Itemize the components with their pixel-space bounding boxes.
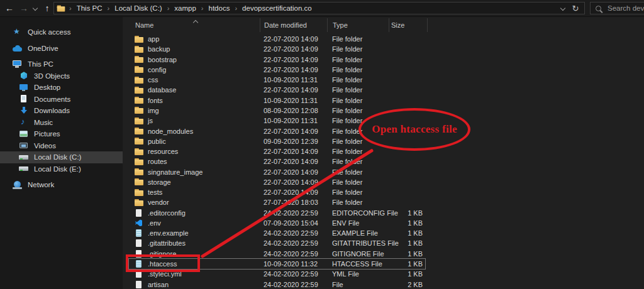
- file-name: singnature_image: [148, 168, 203, 176]
- sidebar-item-3d-objects[interactable]: 3D Objects: [0, 70, 123, 82]
- file-date-modified: 27-07-2020 18:03: [260, 199, 327, 206]
- file-name-cell: bootstrap: [129, 55, 260, 63]
- file-row-app[interactable]: app22-07-2020 14:09File folder: [129, 34, 425, 44]
- chevron-down-icon: [33, 6, 38, 11]
- sidebar-item-desktop[interactable]: Desktop: [0, 82, 123, 94]
- forward-button[interactable]: →: [17, 0, 31, 16]
- file-date-modified: 22-07-2020 14:09: [260, 128, 327, 135]
- file-row-env[interactable]: .env07-09-2020 15:04ENV File1 KB: [129, 218, 425, 228]
- file-type: File folder: [327, 148, 389, 155]
- file-row-tests[interactable]: tests22-07-2020 14:09File folder: [129, 187, 425, 197]
- file-type: GITIGNORE File: [327, 250, 389, 258]
- sidebar-item-local-disk-e[interactable]: Local Disk (E:): [0, 163, 123, 175]
- file-name: js: [148, 117, 153, 124]
- sidebar-item-this-pc[interactable]: This PC: [0, 58, 123, 70]
- file-type: File folder: [327, 76, 389, 84]
- file-row-gitattributes[interactable]: .gitattributes24-02-2020 22:59GITATTRIBU…: [129, 238, 425, 248]
- breadcrumb-separator-icon: ›: [167, 4, 170, 12]
- file-row-database[interactable]: database22-07-2020 14:09File folder: [129, 85, 425, 95]
- sidebar-item-music[interactable]: Music: [0, 117, 123, 129]
- file-name-cell: .env: [129, 219, 260, 227]
- file-row-vendor[interactable]: vendor27-07-2020 18:03File folder: [129, 197, 425, 207]
- column-header-type[interactable]: Type: [327, 18, 389, 32]
- sidebar-item-videos[interactable]: Videos: [0, 140, 123, 152]
- file-row-backup[interactable]: backup22-07-2020 14:09File folder: [129, 44, 425, 54]
- folder-icon: [135, 199, 143, 207]
- folder-icon: [135, 178, 143, 186]
- sidebar-item-documents[interactable]: Documents: [0, 94, 123, 106]
- file-row-css[interactable]: css10-09-2020 11:31File folder: [129, 75, 425, 85]
- file-name: storage: [148, 178, 171, 186]
- breadcrumb-item-devopscertification-co[interactable]: devopscertification.co: [242, 4, 312, 12]
- file-row-public[interactable]: public09-09-2020 12:39File folder: [129, 136, 425, 146]
- file-name-cell: .gitignore: [129, 249, 260, 258]
- file-name: config: [148, 66, 166, 74]
- file-date-modified: 07-09-2020 15:04: [260, 219, 327, 227]
- sidebar-group: Network: [0, 179, 123, 191]
- file-row-singnature-image[interactable]: singnature_image22-07-2020 14:09File fol…: [129, 166, 425, 177]
- sidebar-group: Quick access: [0, 26, 123, 38]
- file-name: .editorconfig: [148, 209, 186, 217]
- search-input[interactable]: [606, 4, 644, 13]
- column-header-size[interactable]: Size: [389, 18, 428, 32]
- breadcrumb-item-this-pc[interactable]: This PC: [77, 4, 103, 12]
- folder-icon: [57, 4, 65, 12]
- file-row-fonts[interactable]: fonts10-09-2020 11:31File folder: [129, 95, 425, 106]
- disk-icon: [19, 153, 29, 161]
- file-type: EDITORCONFIG File: [327, 209, 389, 217]
- file-row-config[interactable]: config22-07-2020 14:09File folder: [129, 65, 425, 75]
- file-date-modified: 10-09-2020 11:31: [260, 97, 327, 104]
- sidebar-item-local-disk-c[interactable]: Local Disk (C:): [0, 151, 123, 163]
- breadcrumb-item-htdocs[interactable]: htdocs: [209, 4, 230, 12]
- recent-locations-button[interactable]: [31, 0, 40, 16]
- folder-icon: [135, 86, 143, 94]
- file-row-img[interactable]: img08-09-2020 12:08File folder: [129, 106, 425, 116]
- file-row-htaccess[interactable]: .htaccess10-09-2020 11:32HTACCESS File1 …: [129, 259, 425, 269]
- file-row-editorconfig[interactable]: .editorconfig24-02-2020 22:59EDITORCONFI…: [129, 208, 425, 218]
- file-row-resources[interactable]: resources22-07-2020 14:09File folder: [129, 146, 425, 156]
- column-header-date-modified[interactable]: Date modified: [260, 18, 327, 32]
- star-icon: [13, 28, 23, 36]
- file-name: resources: [148, 148, 178, 155]
- breadcrumb-separator-icon: ›: [235, 4, 237, 12]
- sidebar-group: This PC3D ObjectsDesktopDocumentsDownloa…: [0, 58, 123, 175]
- file-row-bootstrap[interactable]: bootstrap22-07-2020 14:09File folder: [129, 55, 425, 65]
- breadcrumb: ›This PC›Local Disk (C:)›xampp›htdocs›de…: [69, 4, 557, 12]
- file-date-modified: 24-02-2020 22:59: [260, 281, 327, 288]
- breadcrumb-item-local-disk-c[interactable]: Local Disk (C:): [114, 4, 162, 12]
- file-name: backup: [148, 45, 170, 53]
- file-row-gitignore[interactable]: .gitignore24-02-2020 22:59GITIGNORE File…: [129, 249, 425, 259]
- file-row-storage[interactable]: storage22-07-2020 14:09File folder: [129, 177, 425, 187]
- back-button[interactable]: ←: [3, 0, 16, 16]
- address-bar[interactable]: ›This PC›Local Disk (C:)›xampp›htdocs›de…: [53, 2, 585, 14]
- refresh-button[interactable]: ↻: [569, 3, 582, 14]
- file-name-cell: .styleci.yml: [129, 270, 260, 278]
- file-date-modified: 10-09-2020 11:31: [260, 117, 327, 124]
- address-dropdown-button[interactable]: [557, 3, 569, 14]
- file-row-js[interactable]: js10-09-2020 11:31File folder: [129, 116, 425, 126]
- desktop-icon: [19, 84, 29, 92]
- sidebar-item-quick-access[interactable]: Quick access: [0, 26, 123, 38]
- folder-icon: [135, 45, 143, 53]
- sidebar-item-network[interactable]: Network: [0, 179, 123, 191]
- file-row-env-example[interactable]: .env.example24-02-2020 22:59EXAMPLE File…: [129, 228, 425, 238]
- up-button[interactable]: ↑: [40, 0, 54, 16]
- file-size: 1 KB: [389, 229, 425, 237]
- file-row-styleci-yml[interactable]: .styleci.yml24-02-2020 22:59YML File1 KB: [129, 269, 425, 279]
- file-name: tests: [148, 188, 162, 196]
- search-box[interactable]: [590, 2, 644, 14]
- sidebar-item-pictures[interactable]: Pictures: [0, 128, 123, 140]
- file-date-modified: 22-07-2020 14:09: [260, 86, 327, 94]
- column-header-name[interactable]: Name: [123, 18, 260, 32]
- file-row-node-modules[interactable]: node_modules22-07-2020 14:09File folder: [129, 126, 425, 136]
- file-name: public: [148, 138, 166, 145]
- file-name-cell: vendor: [129, 199, 260, 207]
- file-size: 1 KB: [389, 209, 425, 217]
- vscode-file-icon: [135, 219, 143, 227]
- file-row-artisan[interactable]: artisan24-02-2020 22:59File2 KB: [129, 279, 425, 289]
- breadcrumb-item-xampp[interactable]: xampp: [174, 4, 196, 12]
- file-row-routes[interactable]: routes22-07-2020 14:09File folder: [129, 156, 425, 166]
- file-size: 1 KB: [389, 219, 425, 227]
- sidebar-item-onedrive[interactable]: OneDrive: [0, 43, 123, 55]
- sidebar-item-downloads[interactable]: Downloads: [0, 105, 123, 117]
